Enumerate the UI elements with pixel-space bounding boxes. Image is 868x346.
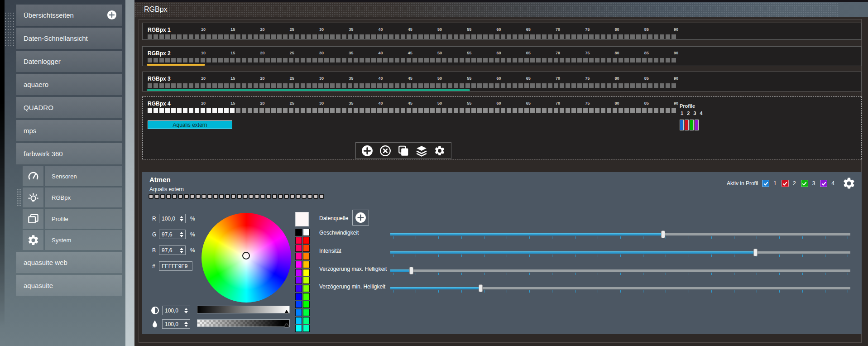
spinner-arrows[interactable] bbox=[183, 308, 189, 313]
led-square[interactable] bbox=[230, 58, 235, 62]
led-square[interactable] bbox=[148, 58, 152, 62]
led-square[interactable] bbox=[654, 58, 658, 62]
led-square[interactable] bbox=[418, 83, 423, 88]
palette-swatch[interactable] bbox=[295, 293, 302, 300]
arrow-up-icon[interactable] bbox=[180, 216, 183, 218]
led-square[interactable] bbox=[430, 34, 435, 39]
sidebar-item-aquaero[interactable]: aquaero bbox=[16, 74, 122, 95]
led-square[interactable] bbox=[336, 58, 340, 62]
led-square[interactable] bbox=[454, 34, 458, 39]
led-square[interactable] bbox=[465, 108, 470, 113]
profile-checkbox-3[interactable] bbox=[801, 180, 808, 187]
led-square[interactable] bbox=[183, 58, 187, 62]
led-square[interactable] bbox=[336, 108, 340, 113]
led-square[interactable] bbox=[454, 58, 458, 62]
led-square[interactable] bbox=[418, 58, 423, 62]
led-square[interactable] bbox=[619, 58, 623, 62]
led-square[interactable] bbox=[283, 34, 288, 39]
led-square[interactable] bbox=[371, 34, 376, 39]
led-square[interactable] bbox=[671, 83, 676, 88]
led-square[interactable] bbox=[442, 83, 446, 88]
led-square[interactable] bbox=[283, 58, 288, 62]
led-square[interactable] bbox=[471, 83, 476, 88]
sidebar-subitem-system[interactable]: System bbox=[23, 230, 122, 250]
led-square[interactable] bbox=[354, 34, 358, 39]
led-square[interactable] bbox=[436, 34, 441, 39]
led-square[interactable] bbox=[360, 34, 364, 39]
led-square[interactable] bbox=[630, 83, 635, 88]
led-square[interactable] bbox=[460, 34, 464, 39]
led-square[interactable] bbox=[171, 83, 176, 88]
led-square[interactable] bbox=[530, 34, 535, 39]
led-square[interactable] bbox=[566, 34, 570, 39]
led-square[interactable] bbox=[407, 108, 411, 113]
led-square[interactable] bbox=[377, 34, 382, 39]
arrow-down-icon[interactable] bbox=[180, 219, 183, 221]
led-square[interactable] bbox=[289, 108, 293, 113]
led-square[interactable] bbox=[395, 58, 399, 62]
led-square[interactable] bbox=[412, 58, 417, 62]
sidebar-subitem-label-tile[interactable]: Sensoren bbox=[45, 166, 122, 186]
led-square[interactable] bbox=[342, 83, 346, 88]
slider-intensit-t[interactable] bbox=[390, 251, 850, 254]
led-square[interactable] bbox=[165, 83, 170, 88]
led-square[interactable] bbox=[642, 58, 647, 62]
led-square[interactable] bbox=[324, 58, 329, 62]
sidebar-item-aquasuite-web[interactable]: aquasuite web bbox=[16, 252, 122, 273]
led-square[interactable] bbox=[165, 58, 170, 62]
sidebar-subitem-sensoren[interactable]: Sensoren bbox=[23, 166, 122, 186]
toolbar-delete-button[interactable] bbox=[379, 145, 391, 157]
led-square[interactable] bbox=[259, 34, 264, 39]
led-square[interactable] bbox=[495, 83, 499, 88]
led-square[interactable] bbox=[183, 83, 187, 88]
led-square[interactable] bbox=[560, 108, 564, 113]
led-square[interactable] bbox=[153, 34, 158, 39]
strip-row-rgbpx-3[interactable]: RGBpx 3101520253035404550556065707580859… bbox=[142, 72, 862, 91]
led-square[interactable] bbox=[159, 58, 164, 62]
led-square[interactable] bbox=[318, 108, 323, 113]
led-square[interactable] bbox=[389, 58, 393, 62]
led-square[interactable] bbox=[448, 58, 452, 62]
led-square[interactable] bbox=[660, 34, 664, 39]
led-square[interactable] bbox=[283, 83, 288, 88]
led-square[interactable] bbox=[230, 34, 235, 39]
led-square[interactable] bbox=[530, 108, 535, 113]
palette-swatch[interactable] bbox=[303, 269, 310, 276]
led-square[interactable] bbox=[524, 34, 529, 39]
led-square[interactable] bbox=[577, 34, 582, 39]
toolbar-add-button[interactable] bbox=[361, 145, 373, 157]
toolbar-settings-button[interactable] bbox=[434, 145, 446, 157]
led-square[interactable] bbox=[436, 108, 441, 113]
led-square[interactable] bbox=[660, 108, 664, 113]
led-square[interactable] bbox=[666, 108, 670, 113]
led-square[interactable] bbox=[265, 58, 270, 62]
led-square[interactable] bbox=[336, 34, 340, 39]
led-square[interactable] bbox=[224, 108, 229, 113]
led-square[interactable] bbox=[619, 108, 623, 113]
led-square[interactable] bbox=[242, 34, 246, 39]
slider-handle[interactable] bbox=[409, 267, 413, 274]
led-square[interactable] bbox=[401, 58, 405, 62]
palette-swatch[interactable] bbox=[303, 253, 310, 260]
led-square[interactable] bbox=[212, 83, 217, 88]
led-square[interactable] bbox=[424, 34, 429, 39]
led-square[interactable] bbox=[507, 34, 511, 39]
led-square[interactable] bbox=[224, 34, 229, 39]
arrow-up-icon[interactable] bbox=[184, 308, 188, 310]
led-square[interactable] bbox=[624, 58, 629, 62]
led-square[interactable] bbox=[195, 34, 199, 39]
led-square[interactable] bbox=[295, 58, 299, 62]
led-square[interactable] bbox=[289, 58, 293, 62]
strip-row-rgbpx-1[interactable]: RGBpx 1101520253035404550556065707580859… bbox=[142, 23, 862, 40]
led-square[interactable] bbox=[206, 58, 211, 62]
palette-swatch[interactable] bbox=[295, 317, 302, 324]
profile-color-swatch[interactable] bbox=[695, 120, 699, 130]
led-square[interactable] bbox=[589, 34, 594, 39]
led-square[interactable] bbox=[248, 34, 252, 39]
led-square[interactable] bbox=[301, 34, 305, 39]
led-square[interactable] bbox=[377, 58, 382, 62]
led-square[interactable] bbox=[624, 34, 629, 39]
led-square[interactable] bbox=[389, 34, 393, 39]
led-square[interactable] bbox=[483, 58, 488, 62]
led-square[interactable] bbox=[448, 83, 452, 88]
